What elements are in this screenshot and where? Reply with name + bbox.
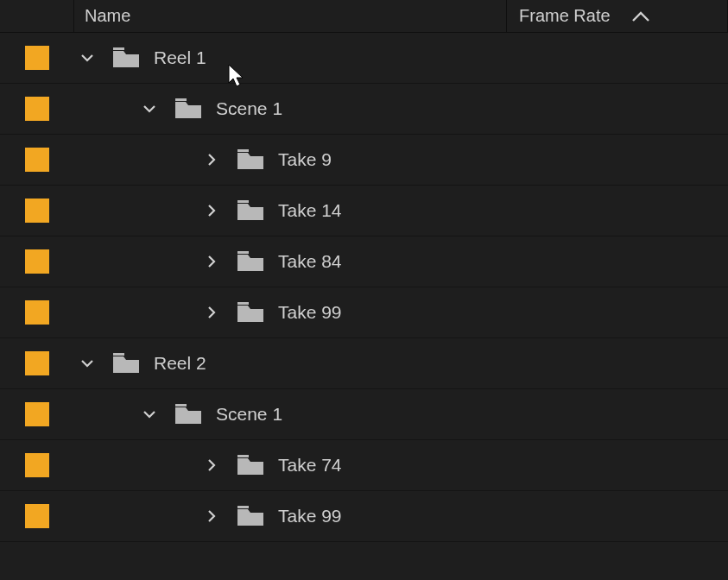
bin-item-label: Take 74	[278, 455, 342, 476]
folder-icon	[174, 96, 202, 122]
bin-item-label: Take 84	[278, 251, 342, 272]
svg-rect-9	[237, 506, 249, 508]
label-swatch	[25, 97, 49, 121]
name-cell[interactable]: Scene 1	[74, 389, 728, 439]
bin-item-label: Take 9	[278, 149, 332, 170]
chevron-down-icon[interactable]	[74, 350, 100, 376]
chevron-right-icon[interactable]	[199, 503, 225, 529]
label-swatch-cell[interactable]	[0, 389, 74, 439]
bin-row[interactable]: Take 74	[0, 440, 728, 491]
label-swatch-cell[interactable]	[0, 440, 74, 490]
name-cell[interactable]: Reel 1	[74, 33, 728, 83]
name-cell[interactable]: Take 99	[74, 287, 728, 337]
svg-rect-8	[237, 455, 249, 457]
label-swatch-cell[interactable]	[0, 491, 74, 541]
column-header-name-label: Name	[85, 6, 130, 26]
name-cell[interactable]: Take 9	[74, 135, 728, 185]
svg-rect-2	[237, 149, 249, 152]
label-swatch	[25, 199, 49, 223]
label-swatch-cell[interactable]	[0, 186, 74, 236]
bin-item-label: Take 14	[278, 200, 342, 221]
name-cell[interactable]: Reel 2	[74, 338, 728, 388]
label-swatch	[25, 504, 49, 528]
bin-row[interactable]: Reel 2	[0, 338, 728, 389]
label-swatch	[25, 402, 49, 426]
folder-icon	[237, 249, 264, 274]
column-header-row: Name Frame Rate	[0, 0, 728, 33]
svg-rect-4	[237, 251, 249, 254]
project-bin-panel: Name Frame Rate Reel 1Scene 1Take 9Take …	[0, 0, 728, 580]
svg-rect-7	[175, 404, 187, 407]
folder-icon	[237, 503, 264, 529]
label-swatch-cell[interactable]	[0, 338, 74, 388]
folder-icon	[237, 147, 264, 173]
folder-icon	[237, 452, 264, 478]
chevron-right-icon[interactable]	[199, 147, 225, 173]
bin-row[interactable]: Scene 1	[0, 389, 728, 440]
bin-row[interactable]: Take 84	[0, 236, 728, 287]
chevron-right-icon[interactable]	[199, 198, 225, 224]
bin-row[interactable]: Take 99	[0, 491, 728, 542]
label-swatch	[25, 300, 49, 325]
name-cell[interactable]: Take 14	[74, 186, 728, 236]
folder-icon	[112, 350, 140, 376]
column-header-frame-rate[interactable]: Frame Rate	[507, 0, 728, 32]
label-swatch	[25, 148, 49, 172]
sort-ascending-icon	[631, 10, 650, 22]
svg-rect-1	[175, 98, 187, 101]
svg-rect-3	[237, 200, 249, 203]
chevron-right-icon[interactable]	[199, 299, 225, 325]
bin-row[interactable]: Reel 1	[0, 33, 728, 84]
bin-row[interactable]: Take 99	[0, 287, 728, 338]
folder-icon	[237, 198, 264, 224]
label-swatch	[25, 249, 49, 274]
name-cell[interactable]: Take 84	[74, 236, 728, 287]
bin-item-label: Scene 1	[216, 404, 282, 425]
label-swatch-cell[interactable]	[0, 33, 74, 83]
label-swatch-cell[interactable]	[0, 287, 74, 337]
bin-item-label: Reel 2	[154, 353, 206, 374]
bin-rows: Reel 1Scene 1Take 9Take 14Take 84Take 99…	[0, 33, 728, 542]
label-swatch-cell[interactable]	[0, 84, 74, 134]
folder-icon	[112, 45, 140, 71]
svg-rect-0	[113, 47, 124, 50]
bin-row[interactable]: Take 14	[0, 186, 728, 236]
name-cell[interactable]: Take 99	[74, 491, 728, 541]
name-cell[interactable]: Scene 1	[74, 84, 728, 134]
bin-item-label: Take 99	[278, 506, 342, 526]
name-cell[interactable]: Take 74	[74, 440, 728, 490]
chevron-right-icon[interactable]	[199, 249, 225, 274]
label-swatch-cell[interactable]	[0, 135, 74, 185]
svg-rect-5	[237, 302, 249, 305]
label-swatch-cell[interactable]	[0, 236, 74, 287]
chevron-right-icon[interactable]	[199, 452, 225, 478]
svg-rect-6	[113, 353, 124, 356]
column-header-name[interactable]: Name	[74, 0, 507, 32]
bin-item-label: Take 99	[278, 302, 342, 323]
bin-row[interactable]: Scene 1	[0, 84, 728, 135]
column-header-frame-rate-label: Frame Rate	[519, 6, 611, 26]
bin-row[interactable]: Take 9	[0, 135, 728, 186]
folder-icon	[174, 401, 202, 427]
chevron-down-icon[interactable]	[136, 401, 162, 427]
bin-item-label: Reel 1	[154, 47, 206, 68]
chevron-down-icon[interactable]	[136, 96, 162, 122]
chevron-down-icon[interactable]	[74, 45, 100, 71]
label-swatch	[25, 453, 49, 477]
label-swatch	[25, 351, 49, 375]
label-swatch	[25, 46, 49, 70]
folder-icon	[237, 299, 264, 325]
bin-item-label: Scene 1	[216, 98, 282, 119]
column-header-label[interactable]	[0, 0, 74, 32]
